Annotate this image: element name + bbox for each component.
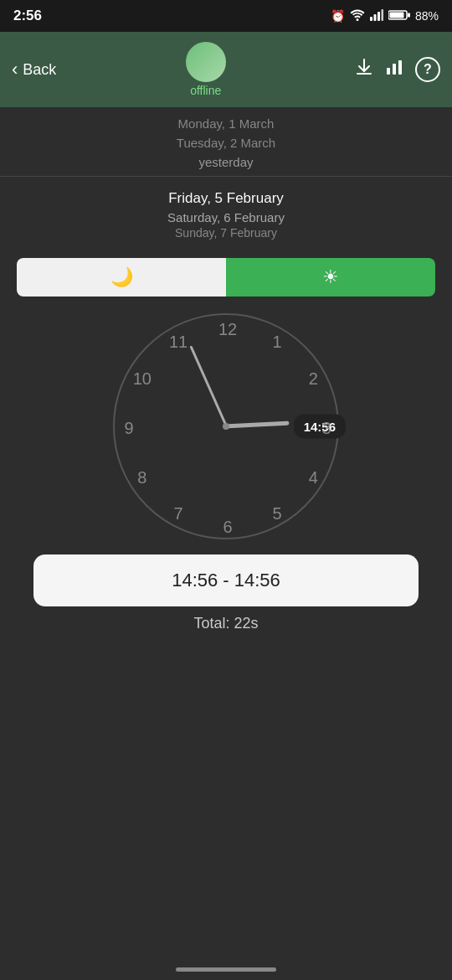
- selected-date-sub2: Sunday, 7 February: [0, 226, 452, 240]
- selected-dates: Friday, 5 February Saturday, 6 February …: [0, 178, 452, 245]
- svg-rect-2: [378, 12, 380, 21]
- clock-number-4: 4: [300, 465, 326, 490]
- total-container: Total: 22s: [0, 615, 452, 649]
- nav-actions: ?: [355, 57, 440, 82]
- date-item-tuesday: Tuesday, 2 March: [0, 133, 452, 152]
- svg-rect-1: [373, 14, 376, 21]
- time-range-pill[interactable]: 14:56 - 14:56: [33, 554, 419, 606]
- chart-icon[interactable]: [385, 58, 403, 81]
- status-bar: 2:56 ⏰ 88%: [0, 0, 452, 32]
- selected-date-sub1: Saturday, 6 February: [0, 210, 452, 224]
- clock-number-6: 6: [215, 514, 240, 539]
- svg-rect-8: [393, 64, 396, 75]
- day-night-toggle[interactable]: 🌙 ☀: [17, 258, 435, 297]
- svg-rect-7: [387, 68, 390, 75]
- clock-number-5: 5: [265, 501, 290, 526]
- clock-number-12: 12: [215, 317, 240, 342]
- moon-icon: 🌙: [110, 266, 133, 288]
- hour-hand: [226, 421, 289, 429]
- clock-number-11: 11: [166, 330, 191, 355]
- clock-number-8: 8: [130, 465, 155, 490]
- back-arrow-icon: ‹: [12, 59, 18, 80]
- status-time: 2:56: [13, 8, 42, 24]
- status-label: offline: [190, 84, 221, 97]
- svg-rect-3: [381, 9, 383, 21]
- clock-number-7: 7: [166, 501, 191, 526]
- battery-percent: 88%: [415, 9, 439, 23]
- date-scroll: Monday, 1 March Tuesday, 2 March yesterd…: [0, 107, 452, 177]
- clock-face: 14:56 121234567891011: [113, 313, 339, 539]
- clock-number-2: 2: [300, 366, 326, 391]
- clock-container: 14:56 121234567891011: [0, 313, 452, 539]
- signal-icon: [370, 9, 383, 23]
- toggle-night[interactable]: 🌙: [17, 258, 226, 297]
- avatar: [186, 42, 226, 82]
- svg-rect-9: [398, 60, 402, 75]
- selected-date-main: Friday, 5 February: [0, 190, 452, 207]
- nav-back[interactable]: ‹ Back: [12, 59, 56, 80]
- back-label: Back: [23, 61, 56, 79]
- help-icon[interactable]: ?: [415, 57, 440, 82]
- clock-number-9: 9: [116, 415, 141, 441]
- minute-hand: [189, 345, 227, 426]
- svg-rect-0: [370, 17, 372, 21]
- total-label: Total: 22s: [193, 615, 258, 632]
- download-icon[interactable]: [355, 58, 373, 81]
- date-item-monday: Monday, 1 March: [0, 114, 452, 133]
- clock-center: [223, 423, 229, 430]
- alarm-icon: ⏰: [331, 9, 345, 23]
- svg-rect-6: [408, 13, 410, 17]
- battery-icon: [388, 9, 410, 23]
- date-divider: [0, 176, 452, 177]
- svg-rect-5: [389, 12, 403, 18]
- nav-bar: ‹ Back offline ?: [0, 32, 452, 107]
- sun-icon: ☀: [322, 266, 339, 288]
- clock-number-3: 3: [314, 415, 339, 441]
- toggle-day[interactable]: ☀: [226, 258, 435, 297]
- status-icons: ⏰ 88%: [331, 9, 439, 23]
- clock-number-1: 1: [265, 330, 290, 355]
- home-indicator: [176, 967, 276, 972]
- nav-center: offline: [64, 42, 347, 97]
- wifi-icon: [350, 9, 365, 23]
- clock-number-10: 10: [130, 366, 155, 391]
- date-item-yesterday: yesterday: [0, 152, 452, 174]
- time-range-container: 14:56 - 14:56: [33, 554, 419, 606]
